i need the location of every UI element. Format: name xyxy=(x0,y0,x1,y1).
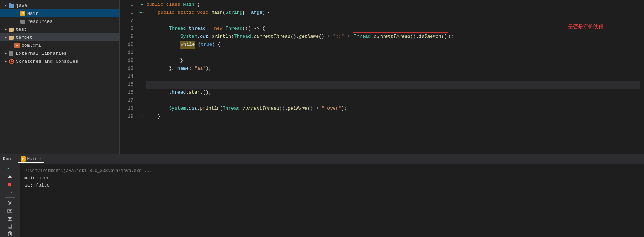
sidebar-item-java[interactable]: java xyxy=(0,1,119,9)
scratches-icon xyxy=(9,59,14,64)
annotation-text: 是否是守护线程 xyxy=(568,23,603,30)
arrow-placeholder xyxy=(9,42,14,48)
project-sidebar: java M Main resources test target xyxy=(0,0,120,154)
svg-rect-16 xyxy=(8,209,12,213)
code-line-12: } xyxy=(146,57,640,65)
line-numbers: 5 6 7 8 9 10 11 12 13 14 15 16 17 18 19 xyxy=(120,0,138,154)
scroll-end-button[interactable] xyxy=(5,215,15,221)
svg-marker-19 xyxy=(8,217,12,220)
arrow-icon xyxy=(3,50,9,56)
run-label: Run: xyxy=(3,157,16,162)
lib-icon xyxy=(9,51,14,56)
sidebar-label: pom.xml xyxy=(21,43,41,48)
fold-icon[interactable]: ▾ xyxy=(141,65,143,73)
divider xyxy=(5,197,15,198)
sidebar-item-target[interactable]: target xyxy=(0,33,119,41)
sidebar-label: test xyxy=(16,27,27,32)
run-tab[interactable]: M Main × xyxy=(18,156,44,163)
console-line-2: aa::false xyxy=(24,182,640,189)
arrow-icon xyxy=(3,26,9,32)
bottom-panel: Run: M Main × xyxy=(0,154,644,237)
arrow-icon xyxy=(3,3,9,8)
arrow-icon xyxy=(3,34,9,40)
svg-marker-9 xyxy=(8,175,12,178)
tab-label-text: Main xyxy=(27,156,38,162)
bottom-content: D:\environment\java\jdk1.8.0_333\bin\jav… xyxy=(0,164,644,237)
sidebar-label: resources xyxy=(27,19,53,24)
code-line-18: System.out.println(Thread.currentThread(… xyxy=(146,105,640,113)
daemon-call-highlight: Thread.currentThread().isDaemon() xyxy=(353,32,448,41)
svg-rect-22 xyxy=(8,224,11,228)
run-arrow-icon[interactable]: ▶ xyxy=(140,9,142,17)
svg-marker-8 xyxy=(8,167,10,169)
sidebar-item-test[interactable]: test xyxy=(0,25,119,33)
sidebar-label: External Libraries xyxy=(16,51,67,56)
code-line-9: System.out.println(Thread.currentThread(… xyxy=(146,33,640,41)
fold-icon[interactable]: ▾ xyxy=(141,25,143,33)
sidebar-label: target xyxy=(16,35,33,40)
svg-rect-3 xyxy=(11,51,12,56)
sidebar-item-ext-lib[interactable]: External Libraries xyxy=(0,49,119,57)
svg-rect-23 xyxy=(8,232,11,236)
code-line-6: public static void main(String[] args) { xyxy=(146,9,640,17)
console-line-1: main over xyxy=(24,175,640,182)
svg-rect-1 xyxy=(9,3,11,4)
console-path: D:\environment\java\jdk1.8.0_333\bin\jav… xyxy=(24,167,640,175)
sidebar-item-pom[interactable]: m pom.xml xyxy=(0,41,119,49)
bottom-tabs: Run: M Main × xyxy=(0,154,644,164)
svg-rect-0 xyxy=(9,4,14,8)
console-output: D:\environment\java\jdk1.8.0_333\bin\jav… xyxy=(20,164,644,237)
java-file-icon: M xyxy=(20,11,25,16)
fold-icon[interactable]: ▾ xyxy=(141,113,143,120)
stop-button[interactable] xyxy=(5,181,15,188)
arrow-placeholder xyxy=(14,19,20,24)
folder-icon xyxy=(9,36,14,40)
arrow-icon xyxy=(3,58,9,64)
code-line-13: }, name: "aa"); xyxy=(146,65,640,73)
code-line-17 xyxy=(146,97,640,105)
camera-button[interactable] xyxy=(5,208,15,214)
svg-rect-18 xyxy=(9,209,11,209)
sidebar-label: Main xyxy=(27,11,38,16)
code-line-15 xyxy=(146,81,640,89)
svg-point-15 xyxy=(9,202,11,204)
copy-button[interactable] xyxy=(5,223,15,229)
sidebar-item-scratches[interactable]: Scratches and Consoles xyxy=(0,57,119,65)
while-keyword: while xyxy=(180,41,195,49)
editor-scrollbar[interactable] xyxy=(640,0,644,154)
sidebar-label: java xyxy=(16,3,27,8)
code-line-10: while (true) { xyxy=(146,41,640,49)
sidebar-label: Scratches and Consoles xyxy=(16,59,78,64)
text-cursor xyxy=(169,82,169,87)
run-toolbar xyxy=(0,164,20,237)
xml-file-icon: m xyxy=(14,43,20,48)
code-line-19: } xyxy=(146,113,640,120)
svg-point-17 xyxy=(9,210,11,212)
code-content[interactable]: 是否是守护线程 public class Main { public stati… xyxy=(146,0,640,154)
sidebar-item-main[interactable]: M Main xyxy=(0,9,119,17)
sidebar-item-resources[interactable]: resources xyxy=(0,17,119,25)
code-editor[interactable]: 5 6 7 8 9 10 11 12 13 14 15 16 17 18 19 xyxy=(120,0,644,154)
scroll-up-button[interactable] xyxy=(5,173,15,180)
svg-rect-10 xyxy=(8,183,11,186)
run-arrow-icon[interactable]: ▶ xyxy=(141,1,143,9)
fold-icon[interactable]: ▾ xyxy=(142,9,144,17)
svg-rect-4 xyxy=(12,51,13,56)
code-line-5: public class Main { xyxy=(146,1,640,9)
code-line-16: thread.start(); xyxy=(146,89,640,97)
editor-gutter: ▶ ▶ ▾ ▾ xyxy=(138,0,146,154)
tab-close-button[interactable]: × xyxy=(39,157,41,161)
arrow-placeholder xyxy=(14,11,20,16)
rerun-button[interactable] xyxy=(5,166,15,172)
clear-button[interactable] xyxy=(5,231,15,237)
code-line-7 xyxy=(146,17,640,25)
folder-icon xyxy=(20,20,25,24)
settings-button[interactable] xyxy=(5,200,15,206)
tab-icon: M xyxy=(21,156,26,162)
svg-rect-2 xyxy=(9,51,11,56)
folder-icon xyxy=(9,28,14,32)
dump-threads-button[interactable] xyxy=(5,189,15,195)
code-line-8: Thread thread = new Thread(() -> { xyxy=(146,25,640,33)
folder-icon xyxy=(9,3,14,8)
code-line-14 xyxy=(146,73,640,81)
